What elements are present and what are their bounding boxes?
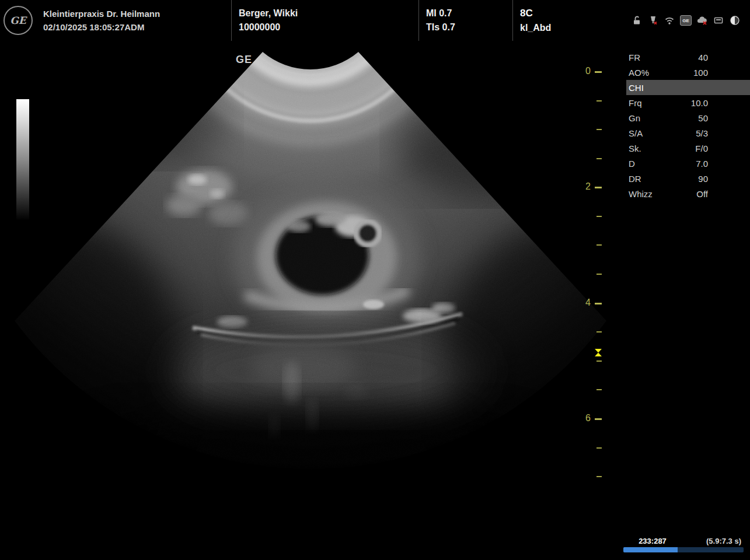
param-label: AO% — [629, 68, 649, 78]
param-row-ao: AO% 100 — [626, 65, 708, 80]
depth-tick — [595, 303, 602, 304]
param-label: CHI — [629, 83, 644, 93]
mi-value: MI 0.7 — [426, 8, 512, 19]
param-row-gn: Gn 50 — [626, 110, 708, 125]
contrast-icon — [729, 15, 741, 26]
datetime: 02/10/2025 18:05:27ADM — [43, 22, 231, 32]
depth-tick — [595, 418, 602, 420]
ultrasound-screen: GE Kleintierpraxis Dr. Heilmann 02/10/20… — [0, 0, 750, 560]
probe-alert-icon — [647, 15, 659, 26]
wifi-icon — [664, 15, 675, 26]
param-row-frq: Frq 10.0 — [626, 95, 708, 110]
depth-tick — [596, 360, 602, 362]
status-icon-bar: GE — [609, 0, 750, 41]
param-label: DR — [629, 174, 641, 184]
probe-block: 8C kl_Abd — [513, 0, 609, 41]
parameter-panel: FR 40 AO% 100 CHI Frq 10.0 Gn 50 S/A 5/3 — [626, 50, 708, 201]
param-value: F/0 — [695, 144, 708, 153]
param-row-fr: FR 40 — [626, 50, 708, 65]
patient-id: 10000000 — [239, 22, 418, 33]
param-label: Sk. — [629, 144, 641, 153]
archive-icon — [713, 15, 724, 26]
depth-tick — [596, 331, 602, 332]
param-value: 40 — [698, 52, 708, 62]
tis-value: TIs 0.7 — [426, 22, 512, 33]
cine-frame-counter: 233:287 — [629, 537, 676, 545]
depth-scale: 0 2 4 6 — [578, 41, 605, 560]
depth-tick — [595, 187, 602, 188]
param-value: 10.0 — [691, 98, 708, 108]
param-row-whizz: Whizz Off — [626, 186, 708, 201]
focus-marker — [594, 348, 602, 356]
depth-tick — [595, 71, 602, 73]
header-bar: GE Kleintierpraxis Dr. Heilmann 02/10/20… — [0, 0, 750, 41]
param-label: Whizz — [629, 189, 653, 199]
depth-label: 2 — [578, 181, 591, 192]
patient-block: Berger, Wikki 10000000 — [232, 0, 418, 41]
param-row-dr: DR 90 — [626, 171, 708, 186]
cine-bar-area: 233:287 (5.9:7.3 s) — [622, 537, 746, 554]
ge-logo-monogram: GE — [4, 6, 33, 35]
param-value: 5/3 — [696, 128, 708, 138]
depth-label: 4 — [578, 298, 591, 308]
depth-tick — [596, 274, 602, 275]
unlock-icon — [631, 15, 643, 26]
probe-name: 8C — [520, 8, 609, 19]
param-value: 7.0 — [696, 159, 708, 169]
param-row-sa: S/A 5/3 — [626, 125, 708, 141]
depth-tick — [596, 100, 602, 102]
acoustic-output-block: MI 0.7 TIs 0.7 — [419, 0, 512, 41]
depth-tick — [596, 129, 602, 130]
ge-network-icon: GE — [680, 15, 692, 26]
depth-label: 0 — [578, 66, 591, 76]
cloud-offline-icon — [696, 15, 708, 26]
depth-tick — [596, 158, 602, 159]
patient-name: Berger, Wikki — [239, 8, 418, 19]
param-label: S/A — [629, 128, 643, 138]
cine-progress-fill — [623, 547, 678, 552]
depth-label: 6 — [578, 413, 591, 424]
depth-tick — [596, 389, 602, 390]
ge-watermark: GE — [236, 54, 252, 66]
depth-tick — [596, 447, 602, 449]
ge-logo: GE — [0, 0, 36, 41]
image-area: GE 0 2 4 6 — [0, 41, 750, 560]
preset-name: kl_Abd — [520, 23, 609, 33]
depth-tick — [596, 244, 602, 246]
param-label: D — [629, 159, 635, 169]
cine-time-range: (5.9:7.3 s) — [706, 537, 741, 545]
cine-progress-bar[interactable] — [623, 547, 744, 552]
grayscale-bar — [16, 99, 29, 220]
clinic-name: Kleintierpraxis Dr. Heilmann — [43, 9, 231, 19]
param-value: 50 — [698, 113, 708, 123]
param-row-chi: CHI — [626, 80, 750, 95]
param-label: Frq — [629, 98, 642, 108]
param-value: 90 — [698, 174, 708, 184]
param-label: Gn — [629, 113, 640, 123]
param-label: FR — [629, 52, 640, 62]
ge-network-icon-label: GE — [680, 15, 692, 26]
depth-tick — [596, 216, 602, 217]
param-row-sk: Sk. F/0 — [626, 141, 708, 156]
clinic-block: Kleintierpraxis Dr. Heilmann 02/10/2025 … — [36, 0, 231, 41]
param-value: Off — [696, 189, 708, 199]
depth-tick — [596, 476, 602, 477]
param-value: 100 — [693, 68, 708, 78]
param-row-d: D 7.0 — [626, 156, 708, 171]
